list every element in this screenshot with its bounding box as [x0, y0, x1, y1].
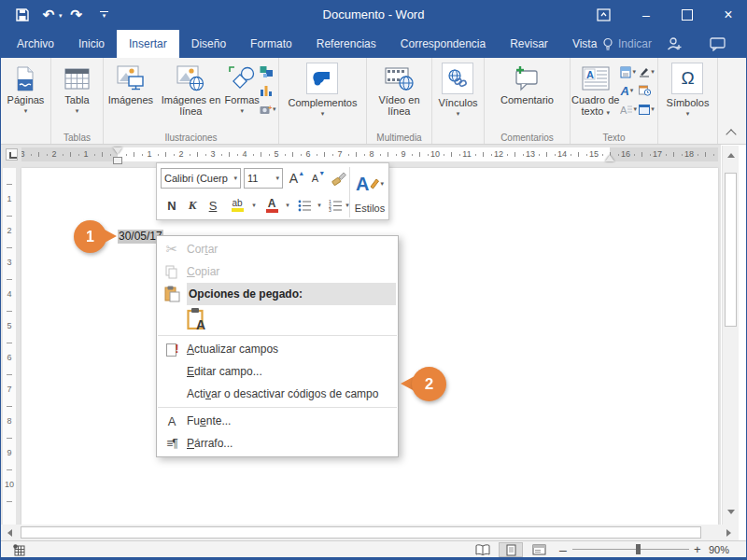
font-color-dropdown-icon[interactable]: ▾ — [282, 195, 293, 216]
first-line-indent-marker[interactable] — [113, 147, 122, 154]
scroll-left-icon[interactable] — [4, 526, 16, 539]
keep-text-only-button[interactable]: A — [187, 307, 209, 331]
save-icon[interactable] — [12, 5, 33, 25]
status-info-icon[interactable] — [7, 542, 31, 557]
horizontal-scrollbar[interactable] — [1, 525, 739, 540]
collapse-ribbon-icon[interactable] — [726, 129, 736, 139]
svg-text:+: + — [268, 105, 272, 112]
ruler-tick — [7, 247, 12, 248]
vertical-scrollbar[interactable] — [722, 146, 739, 541]
v-ruler[interactable]: 12345678910 — [3, 168, 16, 525]
print-layout-icon[interactable] — [499, 542, 523, 557]
styles-label[interactable]: Estilos — [351, 201, 388, 216]
add-ins-icon — [306, 63, 338, 94]
tab-stop-selector[interactable] — [6, 148, 18, 161]
ruler-number: 3 — [204, 148, 222, 161]
drop-cap-icon[interactable]: A ▾ — [620, 102, 639, 117]
maximize-button[interactable] — [673, 0, 701, 30]
zoom-level[interactable]: 90% — [709, 542, 729, 557]
signature-line-icon[interactable]: ▾ — [639, 64, 657, 79]
bold-button[interactable]: N — [162, 195, 181, 216]
zoom-slider-thumb[interactable] — [636, 544, 641, 554]
vinculos-button[interactable]: Vínculos ▾ — [438, 63, 477, 118]
scroll-down-icon[interactable] — [725, 506, 737, 518]
italic-button[interactable]: K — [183, 195, 202, 216]
tab-formato[interactable]: Formato — [238, 30, 304, 58]
object-icon[interactable]: ▾ — [639, 102, 657, 117]
right-indent-marker[interactable] — [605, 155, 614, 161]
divider — [158, 335, 397, 336]
tab-correspondencia[interactable]: Correspondencia — [388, 30, 498, 58]
menu-item-parrafo[interactable]: ≡¶ Párrafo... — [157, 432, 398, 455]
grow-font-button[interactable]: A▲ — [287, 168, 307, 189]
read-mode-icon[interactable] — [471, 542, 495, 557]
minimize-button[interactable]: – — [632, 0, 660, 30]
zoom-in-button[interactable]: + — [694, 542, 701, 557]
font-name-combo[interactable]: Calibri (Cuerp▾ — [161, 168, 241, 189]
bullets-button[interactable] — [295, 195, 314, 216]
numbering-button[interactable]: 123 — [326, 195, 345, 216]
quick-parts-icon[interactable]: ▾ — [620, 64, 639, 79]
tell-me-box[interactable]: Indicar — [602, 30, 652, 58]
menu-item-opciones-de-pegado[interactable]: Opciones de pegado: — [157, 283, 398, 305]
screenshot-icon[interactable]: + ▾ — [260, 102, 278, 117]
status-bar: – + 90% — [1, 540, 746, 557]
undo-icon[interactable]: ↶ — [38, 5, 59, 25]
tab-insertar[interactable]: Insertar — [117, 30, 179, 58]
tab-revisar[interactable]: Revisar — [498, 30, 560, 58]
tab-diseno[interactable]: Diseño — [179, 30, 238, 58]
zoom-out-button[interactable]: – — [559, 542, 567, 557]
tab-inicio[interactable]: Inicio — [66, 30, 117, 58]
menu-item-activar-codigos-campo[interactable]: Activar o desactivar códigos de campo — [157, 383, 398, 405]
redo-icon[interactable]: ↷ — [66, 5, 87, 25]
format-painter-icon[interactable] — [330, 168, 348, 189]
horizontal-scroll-thumb[interactable] — [21, 526, 701, 539]
formas-button[interactable]: Formas ▾ — [224, 63, 260, 115]
cuadro-de-texto-button[interactable]: A Cuadro de texto ▾ — [571, 63, 620, 119]
date-time-icon[interactable] — [639, 83, 657, 98]
bullets-dropdown-icon[interactable]: ▾ — [314, 195, 325, 216]
styles-button[interactable]: A ▾ — [351, 166, 388, 202]
scroll-right-icon[interactable] — [723, 526, 735, 539]
share-icon[interactable] — [660, 30, 688, 58]
shrink-font-button[interactable]: A▼ — [308, 168, 329, 189]
numbering-dropdown-icon[interactable]: ▾ — [345, 195, 350, 216]
font-color-button[interactable]: A — [261, 195, 282, 216]
menu-item-fuente[interactable]: A Fuente... — [157, 410, 398, 432]
vertical-scroll-thumb[interactable] — [725, 173, 737, 327]
undo-dropdown-icon[interactable]: ▾ — [59, 12, 63, 19]
underline-button[interactable]: S — [204, 195, 222, 216]
dropdown-icon: ▾ — [633, 105, 637, 113]
ruler-number: 1 — [140, 148, 159, 161]
menu-item-editar-campo[interactable]: Editar campo... — [157, 360, 398, 383]
wordart-icon[interactable]: A ▾ — [620, 83, 639, 98]
highlight-button[interactable]: ab — [226, 195, 248, 216]
comentario-button[interactable]: Comentario — [500, 63, 554, 105]
web-layout-icon[interactable] — [527, 542, 551, 557]
comments-icon[interactable] — [703, 30, 731, 58]
ribbon-display-options-icon[interactable] — [589, 0, 617, 30]
scroll-up-icon[interactable] — [725, 149, 737, 161]
ruler-number: 15 — [585, 148, 603, 161]
tabla-button[interactable]: Tabla ▾ — [64, 63, 90, 115]
font-size-combo[interactable]: 11▾ — [244, 168, 283, 189]
tab-archivo[interactable]: Archivo — [5, 30, 66, 58]
menu-item-actualizar-campos[interactable]: ! Actualizar campos — [157, 338, 398, 360]
zoom-slider-track[interactable] — [572, 549, 689, 550]
paginas-button[interactable]: Páginas ▾ — [7, 63, 45, 115]
imagenes-button[interactable]: Imágenes — [104, 63, 158, 105]
close-button[interactable]: × — [714, 0, 742, 30]
tab-referencias[interactable]: Referencias — [304, 30, 388, 58]
left-indent-marker[interactable] — [113, 157, 122, 164]
ruler-number: 2 — [172, 148, 190, 161]
smartart-icon[interactable] — [260, 64, 278, 79]
chart-icon[interactable] — [260, 83, 278, 98]
video-en-linea-button[interactable]: Vídeo en línea — [367, 63, 431, 117]
simbolos-button[interactable]: Ω Símbolos ▾ — [667, 63, 710, 118]
highlight-dropdown-icon[interactable]: ▾ — [248, 195, 260, 216]
imagenes-en-linea-button[interactable]: Imágenes en línea — [158, 63, 225, 117]
ruler-tick — [451, 152, 452, 157]
paragraph-icon: ≡¶ — [157, 437, 187, 450]
customize-qat-icon[interactable]: ▾ — [94, 5, 115, 25]
complementos-button[interactable]: Complementos ▾ — [289, 63, 358, 118]
